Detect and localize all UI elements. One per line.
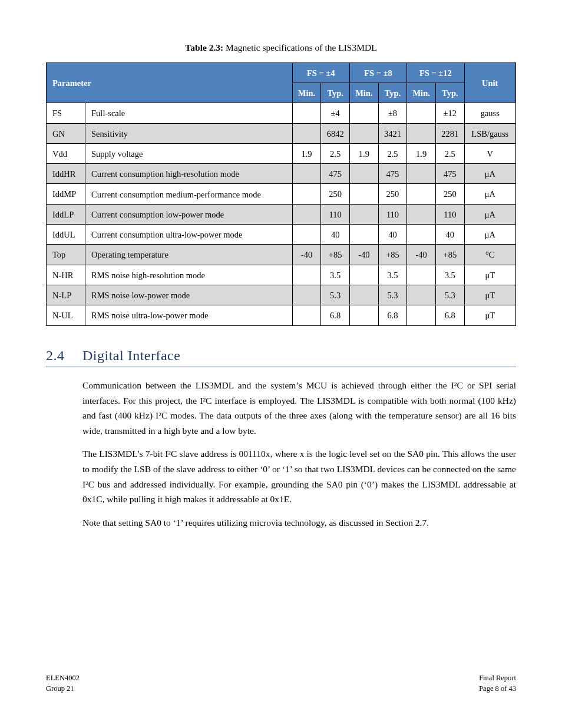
cell-value [292, 305, 321, 325]
cell-value [349, 123, 378, 143]
cell-value: ±12 [436, 103, 464, 123]
cell-value: 2.5 [321, 143, 349, 163]
cell-value: 5.3 [321, 285, 349, 305]
cell-value [349, 285, 378, 305]
cell-parameter: Current consumption low-power mode [85, 204, 293, 224]
footer-right-1: Final Report [479, 673, 516, 684]
cell-value: 6.8 [378, 305, 406, 325]
cell-value [292, 225, 321, 245]
cell-value: 1.9 [407, 143, 436, 163]
cell-value: 40 [321, 225, 349, 245]
th-fs12: FS = ±12 [407, 62, 464, 83]
cell-value: 3.5 [436, 265, 464, 285]
cell-value [292, 103, 321, 123]
cell-parameter: Full-scale [85, 103, 293, 123]
cell-unit: μT [464, 265, 515, 285]
cell-unit: μT [464, 285, 515, 305]
cell-symbol: Top [47, 245, 85, 265]
table-caption: Table 2.3: Magnetic specifications of th… [46, 41, 516, 54]
table-row: FSFull-scale±4±8±12gauss [47, 103, 516, 123]
th-min-3: Min. [407, 83, 436, 103]
cell-value: 3421 [378, 123, 406, 143]
table-row: GNSensitivity684234212281LSB/gauss [47, 123, 516, 143]
cell-value [407, 103, 436, 123]
cell-value: 110 [436, 204, 464, 224]
cell-value: 475 [321, 164, 349, 184]
th-unit: Unit [464, 62, 515, 103]
cell-value [407, 164, 436, 184]
cell-unit: μA [464, 164, 515, 184]
cell-symbol: IddHR [47, 164, 85, 184]
cell-value [407, 123, 436, 143]
cell-value [292, 184, 321, 204]
cell-value [407, 204, 436, 224]
cell-parameter: Supply voltage [85, 143, 293, 163]
cell-value: 250 [436, 184, 464, 204]
cell-value [407, 225, 436, 245]
cell-symbol: N-UL [47, 305, 85, 325]
cell-parameter: Current consumption ultra-low-power mode [85, 225, 293, 245]
cell-value [407, 265, 436, 285]
cell-symbol: FS [47, 103, 85, 123]
cell-value [292, 265, 321, 285]
table-row: N-LPRMS noise low-power mode5.35.35.3μT [47, 285, 516, 305]
section-heading: 2.4Digital Interface [46, 346, 516, 368]
cell-value: 2.5 [436, 143, 464, 163]
cell-parameter: Current consumption medium-performance m… [85, 184, 293, 204]
paragraph-1: Communication between the LIS3MDL and th… [46, 378, 516, 438]
th-typ-2: Typ. [378, 83, 406, 103]
cell-value [349, 305, 378, 325]
cell-symbol: IddUL [47, 225, 85, 245]
cell-parameter: RMS noise ultra-low-power mode [85, 305, 293, 325]
cell-value: 2.5 [378, 143, 406, 163]
cell-symbol: GN [47, 123, 85, 143]
footer-left-2: Group 21 [46, 684, 80, 694]
cell-symbol: IddLP [47, 204, 85, 224]
cell-value [292, 123, 321, 143]
page-footer: ELEN4002 Group 21 Final Report Page 8 of… [46, 673, 516, 694]
cell-value [349, 225, 378, 245]
cell-value: -40 [407, 245, 436, 265]
cell-value [349, 204, 378, 224]
cell-value: 6842 [321, 123, 349, 143]
table-row: IddULCurrent consumption ultra-low-power… [47, 225, 516, 245]
cell-unit: μA [464, 225, 515, 245]
cell-value: +85 [436, 245, 464, 265]
cell-value: 110 [378, 204, 406, 224]
cell-unit: μA [464, 184, 515, 204]
cell-value [292, 164, 321, 184]
table-row: IddHRCurrent consumption high-resolution… [47, 164, 516, 184]
cell-value [349, 103, 378, 123]
cell-value: 110 [321, 204, 349, 224]
cell-unit: V [464, 143, 515, 163]
th-typ-1: Typ. [321, 83, 349, 103]
cell-symbol: IddMP [47, 184, 85, 204]
footer-right-2: Page 8 of 43 [479, 684, 516, 694]
cell-value: 475 [378, 164, 406, 184]
th-min-2: Min. [349, 83, 378, 103]
cell-value: 5.3 [378, 285, 406, 305]
cell-value: +85 [321, 245, 349, 265]
cell-value: +85 [378, 245, 406, 265]
cell-value [292, 285, 321, 305]
footer-left-1: ELEN4002 [46, 673, 80, 684]
cell-value: 2281 [436, 123, 464, 143]
table-row: IddMPCurrent consumption medium-performa… [47, 184, 516, 204]
cell-value [407, 285, 436, 305]
th-min-1: Min. [292, 83, 321, 103]
cell-unit: μA [464, 204, 515, 224]
cell-value: 5.3 [436, 285, 464, 305]
cell-value [349, 184, 378, 204]
cell-value: 1.9 [349, 143, 378, 163]
cell-value: 1.9 [292, 143, 321, 163]
th-fs4: FS = ±4 [292, 62, 349, 83]
cell-value: 475 [436, 164, 464, 184]
th-typ-3: Typ. [436, 83, 464, 103]
section-number: 2.4 [46, 346, 82, 366]
cell-value: 40 [378, 225, 406, 245]
cell-unit: °C [464, 245, 515, 265]
cell-parameter: Operating temperature [85, 245, 293, 265]
cell-parameter: Sensitivity [85, 123, 293, 143]
table-row: TopOperating temperature-40+85-40+85-40+… [47, 245, 516, 265]
caption-text: Magnetic specifications of the LIS3MDL [223, 42, 376, 52]
